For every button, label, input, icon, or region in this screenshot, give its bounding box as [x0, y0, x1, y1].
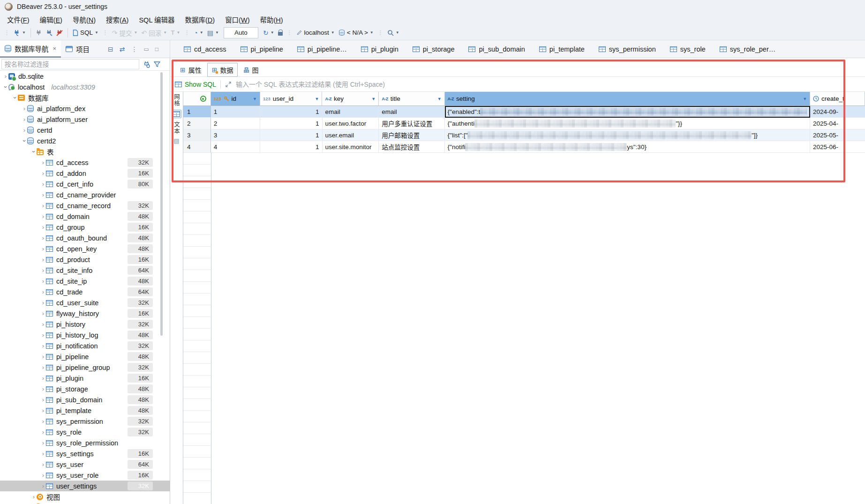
chevron-right-icon[interactable]: › [40, 278, 46, 284]
column-header-id[interactable]: 123id▼ [211, 92, 260, 106]
chevron-right-icon[interactable]: › [40, 235, 46, 241]
tree-item-sys_role_permission[interactable]: ›sys_role_permission [0, 437, 170, 448]
column-dropdown-icon[interactable]: ▼ [803, 97, 807, 101]
collapse-all-button[interactable]: ⊟ [108, 45, 113, 53]
tree-item-sys_permission[interactable]: ›sys_permission32K [0, 416, 170, 427]
chevron-right-icon[interactable]: › [40, 472, 46, 478]
tree-item-user_settings[interactable]: ›user_settings32K [0, 481, 170, 491]
editor-tab-cd_access[interactable]: cd_access [177, 45, 233, 53]
view-menu-button[interactable]: ⋮ [131, 45, 137, 53]
chevron-right-icon[interactable]: › [40, 461, 46, 467]
chevron-right-icon[interactable]: › [40, 364, 46, 370]
chevron-right-icon[interactable]: › [40, 321, 46, 327]
table-row[interactable]: 441user.site.monitor站点监控设置{"notifiys":30… [183, 141, 865, 153]
editor-subtab-2[interactable]: 品图 [239, 63, 263, 76]
editor-tab-pi_pipeline[interactable]: pi_pipeline [233, 45, 290, 53]
tree-item-cd_user_suite[interactable]: ›cd_user_suite32K [0, 297, 170, 308]
tree-item-sys_user[interactable]: ›sys_user64K [0, 459, 170, 470]
column-dropdown-icon[interactable]: ▼ [315, 97, 319, 101]
tree-item-flyway_history[interactable]: ›flyway_history16K [0, 308, 170, 319]
minimize-panel-button[interactable]: ▭ [143, 46, 149, 53]
tree-item-localhost[interactable]: ›localhostlocalhost:3309 [0, 82, 170, 92]
cell-title[interactable]: 站点监控设置 [379, 141, 444, 153]
rollback-button[interactable]: ↶ 回滚 ▼ [140, 27, 169, 39]
tree-item-pi_pipeline_group[interactable]: ›pi_pipeline_group32K [0, 362, 170, 373]
link-editor-button[interactable]: ⇄ [120, 45, 125, 53]
table-row[interactable]: 221user.two.factor用户多重认证设置{"authenti"}}2… [183, 118, 865, 129]
reconnect-button[interactable] [44, 28, 54, 38]
cell-create-time[interactable]: 2025-05- [810, 129, 865, 141]
text-view-icon[interactable]: ▤ [173, 137, 179, 144]
cell-user-id[interactable]: 1 [260, 106, 322, 118]
editor-tab-sys_permission[interactable]: sys_permission [592, 45, 663, 53]
connection-selector[interactable]: localhost ▼ [294, 28, 337, 38]
tree-item-cd_domain[interactable]: ›cd_domain48K [0, 211, 170, 222]
tree-item-sys_settings[interactable]: ›sys_settings16K [0, 448, 170, 459]
column-header-setting[interactable]: A-Zsetting▼ [445, 92, 811, 106]
cell-key[interactable]: user.email [323, 129, 379, 141]
grid-tab-label[interactable]: 网格 [172, 94, 181, 106]
column-header-title[interactable]: A-Ztitle▼ [379, 92, 444, 106]
tree-item-certd2[interactable]: ›certd2 [0, 135, 170, 146]
tree-item-cd_oauth_bound[interactable]: ›cd_oauth_bound48K [0, 233, 170, 243]
cell-setting[interactable]: {"list":[""]} [445, 129, 810, 141]
sql-editor-button[interactable]: SQL ▼ [71, 28, 100, 38]
chevron-down-icon[interactable]: › [22, 138, 28, 144]
cell-user-id[interactable]: 1 [260, 141, 322, 153]
chevron-down-icon[interactable]: › [12, 95, 18, 101]
tree-item[interactable]: › [0, 502, 170, 504]
chevron-right-icon[interactable]: › [40, 397, 46, 403]
chevron-right-icon[interactable]: › [40, 300, 46, 306]
chevron-right-icon[interactable]: › [22, 127, 27, 133]
grid-view-tab[interactable] [172, 110, 181, 118]
chevron-right-icon[interactable]: › [40, 386, 46, 392]
chevron-down-icon[interactable]: › [3, 84, 9, 90]
chevron-right-icon[interactable]: › [40, 213, 46, 219]
tree-item-pi_template[interactable]: ›pi_template48K [0, 405, 170, 416]
menu-item[interactable]: 导航(N) [68, 14, 101, 25]
chevron-right-icon[interactable]: › [40, 418, 46, 424]
tab-database-navigator[interactable]: 数据库导航 × [0, 40, 61, 58]
tree-item-sys_role[interactable]: ›sys_role32K [0, 427, 170, 437]
chevron-right-icon[interactable]: › [40, 332, 46, 338]
column-dropdown-icon[interactable]: ▼ [253, 97, 257, 101]
chevron-right-icon[interactable]: › [40, 256, 46, 263]
tree-item-ai_platform_user[interactable]: ›ai_platform_user [0, 114, 170, 125]
chevron-right-icon[interactable]: › [40, 267, 46, 273]
tree-item-certd[interactable]: ›certd [0, 125, 170, 135]
chevron-right-icon[interactable]: › [40, 440, 46, 446]
tree-item-cd_open_key[interactable]: ›cd_open_key48K [0, 243, 170, 254]
chevron-right-icon[interactable]: › [40, 429, 46, 435]
column-header-create_t[interactable]: create_t [810, 92, 865, 106]
editor-tab-pi_sub_domain[interactable]: pi_sub_domain [461, 45, 532, 53]
transaction-mode-button[interactable]: T ▼ [169, 28, 182, 38]
table-row[interactable]: 331user.email用户邮箱设置{"list":[""]}2025-05- [183, 129, 865, 141]
performance-button[interactable]: ◔ ▼ [192, 28, 205, 38]
tree-item-cd_site_info[interactable]: ›cd_site_info64K [0, 265, 170, 276]
editor-tab-sys_role_per[interactable]: sys_role_per… [713, 45, 783, 53]
cell-create-time[interactable]: 2024-09- [810, 106, 865, 118]
tree-item-视图[interactable]: ›视图 [0, 491, 170, 502]
text-tab-label[interactable]: 文本 [172, 121, 181, 134]
show-sql-button[interactable]: Show SQL [175, 81, 216, 88]
tree-item-cd_trade[interactable]: ›cd_trade64K [0, 286, 170, 297]
chevron-right-icon[interactable]: › [40, 375, 46, 381]
menu-item[interactable]: SQL 编辑器 [134, 14, 180, 25]
tree-item-pi_notification[interactable]: ›pi_notification32K [0, 340, 170, 351]
editor-tab-pi_template[interactable]: pi_template [532, 45, 592, 53]
menu-item[interactable]: 数据库(D) [180, 14, 220, 25]
chevron-right-icon[interactable]: › [40, 159, 46, 165]
tree-item-cd_cert_info[interactable]: ›cd_cert_info80K [0, 179, 170, 189]
lock-button[interactable] [276, 29, 285, 37]
cell-title[interactable]: 用户多重认证设置 [379, 118, 444, 129]
connect-button[interactable] [34, 28, 44, 38]
chevron-right-icon[interactable]: › [40, 289, 46, 295]
editor-subtab-0[interactable]: ⊞属性 [176, 63, 206, 76]
chevron-right-icon[interactable]: › [40, 192, 46, 198]
tree-item-db.sqlite[interactable]: ›db.sqlite [0, 71, 170, 82]
cell-id[interactable]: 2 [211, 118, 260, 129]
tree-item-pi_history_log[interactable]: ›pi_history_log48K [0, 330, 170, 340]
chevron-right-icon[interactable]: › [40, 224, 46, 230]
sidebar-scrollbar[interactable] [160, 72, 163, 336]
tree-item-cd_cname_provider[interactable]: ›cd_cname_provider [0, 189, 170, 200]
